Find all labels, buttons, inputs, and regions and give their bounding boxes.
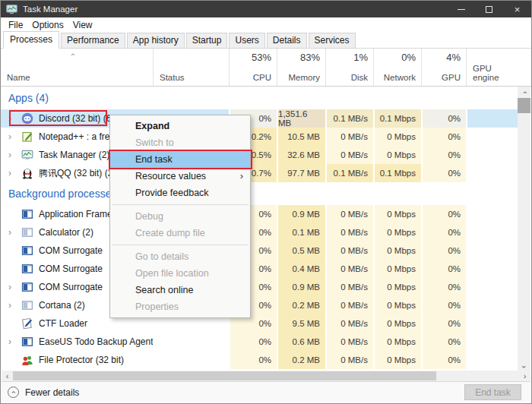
column-header-memory[interactable]: 83%Memory (277, 49, 325, 86)
group-header-background-processes[interactable]: Background processes (1, 182, 531, 205)
menubar-item-options[interactable]: Options (27, 18, 68, 32)
expand-chevron-icon[interactable]: › (5, 114, 14, 123)
expand-chevron-icon[interactable]: › (5, 282, 14, 292)
menu-item-expand[interactable]: Expand (110, 118, 250, 134)
process-row-file-protector-32-bit[interactable]: File Protector (32 bit)0%0.2 MB0 MB/s0 M… (1, 351, 531, 369)
network-cell: 0 Mbps (373, 296, 421, 314)
process-name: Discord (32 bit) (6) (39, 113, 114, 124)
end-task-button[interactable]: End task (464, 384, 521, 400)
expand-chevron-icon[interactable]: › (5, 150, 14, 159)
gpu-engine-cell (466, 241, 519, 260)
gpu-cell: 0% (421, 351, 466, 369)
process-row-easeus-todo-backup-agent-app[interactable]: ›EaseUS Todo Backup Agent App...0%0.6 MB… (1, 333, 531, 351)
gpu-cell: 0% (421, 260, 466, 278)
memory-cell: 10.5 MB (277, 128, 325, 146)
vertical-scrollbar-thumb[interactable] (518, 98, 530, 113)
scroll-up-icon[interactable]: › (518, 87, 530, 98)
column-header-gpu-engine[interactable]: GPU engine (466, 49, 519, 86)
gpu-cell: 0% (421, 296, 466, 314)
tab-users[interactable]: Users (229, 33, 264, 49)
tab-app-history[interactable]: App history (127, 33, 185, 49)
tab-startup[interactable]: Startup (186, 33, 228, 49)
gpu-engine-cell (466, 205, 519, 223)
expand-chevron-icon[interactable]: › (5, 337, 14, 346)
process-row-discord-32-bit-6[interactable]: ›Discord (32 bit) (6)0%1,351.6 MB0.1 MB/… (1, 109, 531, 128)
menubar: FileOptionsView (1, 17, 531, 33)
menu-item-search-online[interactable]: Search online (110, 282, 250, 298)
horizontal-scrollbar[interactable]: ‹ › (2, 371, 530, 381)
process-row-ctf-loader[interactable]: CTF Loader0%9.5 MB0 MB/s0 Mbps0% (1, 314, 531, 333)
tab-services[interactable]: Services (309, 33, 356, 49)
process-row-com-surrogate[interactable]: COM Surrogate0%0.4 MB0 MB/s0 Mbps0% (1, 260, 531, 278)
usage-total-disk: 1% (353, 52, 368, 63)
menu-item-provide-feedback[interactable]: Provide feedback (110, 185, 250, 201)
disk-cell: 0.1 MB/s (325, 109, 373, 128)
discord-icon (21, 112, 33, 125)
memory-cell: 0.1 MB (277, 223, 325, 241)
memory-cell: 1,351.6 MB (277, 109, 325, 128)
tab-processes[interactable]: Processes (3, 31, 59, 49)
column-header-name[interactable]: › Name (1, 49, 153, 86)
menu-item-end-task[interactable]: End task (110, 151, 250, 168)
tabstrip: ProcessesPerformanceApp historyStartupUs… (1, 33, 531, 49)
process-row-calculator-2[interactable]: ›Calculator (2)0%0.1 MB0 MB/s0 Mbps0% (1, 223, 531, 241)
network-cell: 0 Mbps (373, 278, 421, 296)
expand-chevron-icon[interactable]: › (5, 132, 14, 141)
memory-cell: 0.2 MB (277, 351, 325, 369)
tab-details[interactable]: Details (267, 33, 307, 49)
column-header-disk[interactable]: 1%Disk (325, 49, 373, 86)
process-row-cortana-2[interactable]: ›Cortana (2)0%0.2 MB0 MB/s0 Mbps0% (1, 296, 531, 314)
process-row-com-surrogate[interactable]: ›COM Surrogate0%0.9 MB0 MB/s0 Mbps0% (1, 278, 531, 296)
menu-item-go-to-details: Go to details (110, 248, 250, 265)
horizontal-scrollbar-thumb[interactable] (13, 371, 436, 380)
column-header-status[interactable]: Status (153, 49, 229, 86)
menubar-item-view[interactable]: View (68, 18, 97, 32)
minimize-button[interactable] (447, 1, 475, 17)
tab-performance[interactable]: Performance (61, 33, 125, 49)
scroll-right-icon[interactable]: › (519, 371, 530, 380)
fewer-details-toggle[interactable]: › Fewer details (8, 387, 79, 398)
menu-item-create-dump-file: Create dump file (110, 225, 250, 241)
memory-cell: 0.9 MB (277, 278, 325, 296)
menu-item-properties: Properties (110, 298, 250, 315)
gpu-engine-cell (466, 296, 519, 314)
network-cell: 0 Mbps (373, 223, 421, 241)
process-row-application-frame-host[interactable]: Application Frame Host0%0.9 MB0 MB/s0 Mb… (1, 205, 531, 223)
column-header-network[interactable]: 0%Network (373, 49, 421, 86)
expand-chevron-icon[interactable]: › (5, 301, 14, 310)
menu-item-resource-values[interactable]: Resource values› (110, 168, 250, 185)
submenu-arrow-icon: › (240, 168, 243, 185)
vertical-scrollbar[interactable]: › › (518, 87, 530, 372)
disk-cell: 0 MB/s (325, 278, 373, 296)
window-icon (21, 336, 33, 348)
disk-cell: 0 MB/s (325, 296, 373, 314)
column-header-cpu[interactable]: 53%CPU (229, 49, 277, 86)
usage-total-network: 0% (401, 52, 416, 63)
disk-cell: 0 MB/s (325, 128, 373, 146)
disk-cell: 0 MB/s (325, 241, 373, 260)
usage-total-cpu: 53% (252, 52, 271, 63)
expand-chevron-icon[interactable]: › (5, 169, 14, 178)
memory-cell: 0.4 MB (277, 260, 325, 278)
gpu-engine-cell (466, 128, 519, 146)
process-row-qq-32-bit-2[interactable]: ›腾讯QQ (32 bit) (2)0.7%97.7 MB0.1 MB/s0.1… (1, 164, 531, 182)
expand-chevron-icon[interactable]: › (5, 228, 14, 237)
menubar-item-file[interactable]: File (4, 18, 27, 32)
network-cell: 0 Mbps (373, 260, 421, 278)
maximize-icon (486, 6, 492, 13)
process-row-notepad-a-free-gnu[interactable]: ›Notepad++ : a free (GNU...0.2%10.5 MB0 … (1, 128, 531, 146)
close-button[interactable]: × (503, 1, 531, 17)
maximize-button[interactable] (475, 1, 503, 17)
gpu-engine-cell (466, 109, 519, 128)
group-header-apps[interactable]: Apps (4) (1, 87, 531, 109)
process-row-task-manager-2[interactable]: ›Task Manager (2)0.5%32.6 MB0 MB/s0 Mbps… (1, 146, 531, 164)
chevron-up-circle-icon: › (8, 387, 19, 398)
process-row-com-surrogate[interactable]: COM Surrogate0%0.5 MB0 MB/s0 Mbps0% (1, 241, 531, 260)
titlebar[interactable]: Task Manager × (1, 1, 531, 17)
disk-cell: 0 MB/s (325, 314, 373, 333)
scroll-left-icon[interactable]: ‹ (2, 371, 13, 380)
disk-cell: 0 MB/s (325, 146, 373, 164)
memory-cell: 32.6 MB (277, 146, 325, 164)
disk-cell: 0 MB/s (325, 205, 373, 223)
column-header-gpu[interactable]: 4%GPU (421, 49, 466, 86)
